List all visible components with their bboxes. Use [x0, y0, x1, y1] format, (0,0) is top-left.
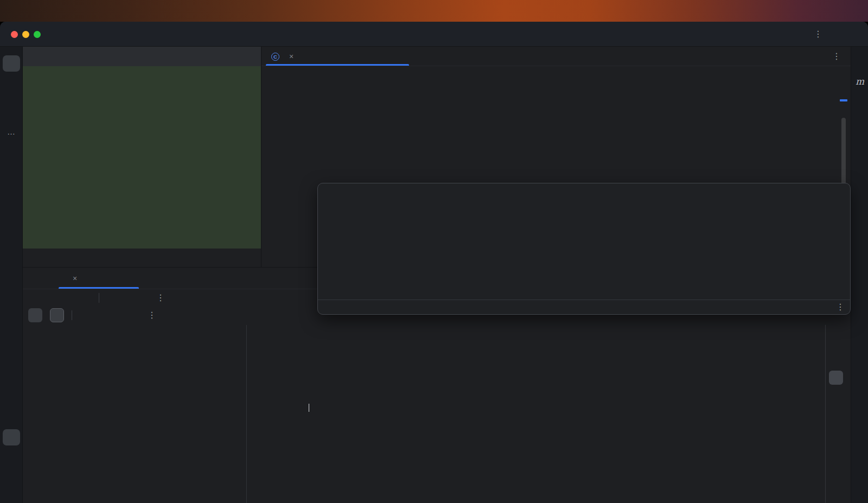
- editor-tab-bar: C × ⋮: [261, 47, 851, 66]
- problems-tool-button[interactable]: [3, 456, 20, 473]
- toolbar-separator: [99, 293, 99, 303]
- vcs-branch-widget[interactable]: [124, 22, 130, 47]
- print-button[interactable]: [829, 403, 843, 417]
- run-tab[interactable]: ×: [56, 268, 84, 289]
- more-tools-button[interactable]: …: [3, 123, 20, 139]
- scroll-to-end-button[interactable]: [829, 387, 843, 401]
- project-widget[interactable]: [51, 22, 54, 47]
- screen: ⋮ …: [0, 0, 868, 503]
- minimize-window-button[interactable]: [22, 31, 29, 38]
- close-tab-icon[interactable]: ×: [73, 274, 77, 283]
- clear-all-button[interactable]: [829, 419, 843, 434]
- class-icon: C: [271, 53, 279, 61]
- import-test-results-button[interactable]: [131, 291, 145, 305]
- console-line: [258, 409, 309, 433]
- show-ignored-toggle[interactable]: [50, 308, 64, 322]
- right-tool-stripe: m: [851, 47, 868, 503]
- next-occurrence-button[interactable]: [829, 353, 843, 367]
- stop-button[interactable]: [76, 291, 90, 305]
- popup-footer: ⋮: [318, 300, 850, 314]
- left-tool-stripe: …: [0, 47, 23, 503]
- test-status-summary: [241, 307, 245, 324]
- project-panel: [23, 47, 261, 267]
- editor-tab[interactable]: C ×: [266, 47, 299, 66]
- editor-options-button[interactable]: ⋮: [832, 52, 841, 61]
- console-actions: [826, 325, 851, 503]
- run-tool-button[interactable]: [3, 429, 20, 445]
- structure-tool-button[interactable]: [3, 101, 20, 117]
- vcs-added-files-background: [23, 66, 261, 249]
- prev-occurrence-button[interactable]: [829, 337, 843, 351]
- show-passed-toggle[interactable]: [28, 308, 42, 322]
- console-output[interactable]: [247, 325, 826, 503]
- scrollbar-change-mark: [840, 99, 847, 101]
- active-tab-indicator: [59, 287, 139, 289]
- ide-window: ⋮ …: [0, 22, 868, 503]
- rerun-failed-tests-button[interactable]: [53, 291, 67, 305]
- ide-title-bar: ⋮: [0, 22, 868, 47]
- popup-options-button[interactable]: ⋮: [836, 303, 845, 311]
- rerun-button[interactable]: [30, 291, 44, 305]
- soft-wrap-toggle[interactable]: [829, 371, 843, 385]
- project-tree: [23, 66, 261, 267]
- test-history-button[interactable]: [123, 308, 137, 322]
- toolbar-separator: [72, 310, 72, 320]
- more-run-actions-button[interactable]: ⋮: [154, 291, 168, 305]
- project-panel-header[interactable]: [23, 47, 261, 66]
- text-caret: [309, 404, 310, 412]
- more-filter-options-button[interactable]: ⋮: [145, 308, 159, 322]
- close-window-button[interactable]: [11, 31, 18, 38]
- editor-scrollbar-thumb[interactable]: [841, 118, 846, 186]
- project-tool-button[interactable]: [3, 55, 20, 72]
- version-control-tool-button[interactable]: [3, 480, 20, 496]
- run-content: [23, 325, 851, 503]
- quick-documentation-popup[interactable]: ⋮: [317, 183, 851, 315]
- macos-menu-bar: [0, 0, 868, 22]
- test-snapshot-button[interactable]: [108, 291, 122, 305]
- terminal-tool-button[interactable]: [3, 404, 20, 420]
- maven-tool-button[interactable]: m: [853, 75, 866, 88]
- build-tool-button[interactable]: [3, 379, 20, 395]
- sort-by-duration-button[interactable]: [80, 308, 94, 322]
- active-tab-indicator: [266, 64, 409, 66]
- commit-tool-button[interactable]: [3, 78, 20, 94]
- notifications-button[interactable]: [853, 53, 866, 66]
- zoom-window-button[interactable]: [34, 31, 41, 38]
- close-tab-icon[interactable]: ×: [289, 52, 293, 61]
- navigate-with-single-click-button[interactable]: [101, 308, 116, 322]
- more-actions-button[interactable]: ⋮: [814, 30, 822, 39]
- test-results-tree[interactable]: [23, 325, 247, 503]
